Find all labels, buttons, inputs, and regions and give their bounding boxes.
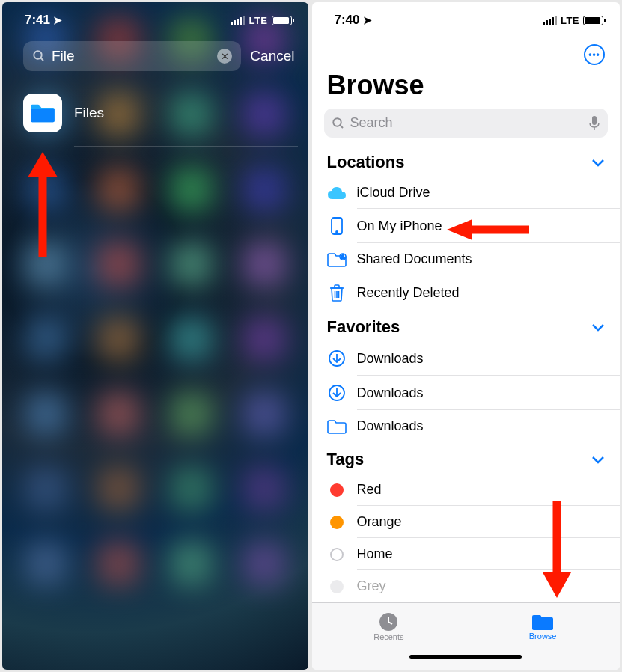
status-time: 7:41 [25, 13, 50, 28]
svg-point-9 [336, 231, 338, 233]
trash-icon [329, 284, 344, 302]
tab-label: Recents [373, 632, 403, 641]
location-row-shared-documents[interactable]: Shared Documents [312, 243, 621, 275]
favorite-row-downloads-3[interactable]: Downloads [312, 410, 621, 442]
tag-row-home[interactable]: Home [312, 538, 621, 570]
phone-icon [331, 217, 343, 235]
cancel-button[interactable]: Cancel [250, 48, 294, 64]
status-bar: 7:41 ➤ LTE [2, 2, 308, 32]
row-label: Home [357, 546, 393, 562]
svg-rect-6 [592, 116, 597, 125]
tag-row-orange[interactable]: Orange [312, 506, 621, 538]
locations-section-header[interactable]: Locations [312, 153, 621, 177]
favorite-row-downloads-1[interactable]: Downloads [312, 341, 621, 376]
locations-list: iCloud Drive On My iPhone Shared Documen… [312, 177, 621, 310]
nav-actions: ••• [312, 32, 621, 70]
battery-icon [272, 16, 292, 25]
cloud-icon [327, 186, 347, 200]
row-label: On My iPhone [357, 219, 442, 234]
svg-point-0 [34, 51, 42, 59]
tag-color-dot [330, 483, 344, 497]
cellular-signal-icon [231, 16, 245, 25]
location-row-on-my-iphone[interactable]: On My iPhone [312, 209, 621, 243]
favorites-list: Downloads Downloads Downloads [312, 341, 621, 442]
spotlight-search-row: File ✕ Cancel [2, 32, 308, 80]
row-label: Downloads [357, 351, 424, 367]
folder-icon [531, 613, 554, 631]
location-row-icloud-drive[interactable]: iCloud Drive [312, 177, 621, 209]
more-options-button[interactable]: ••• [584, 44, 605, 65]
row-label: Downloads [357, 385, 424, 401]
location-icon: ➤ [363, 14, 372, 26]
divider [74, 146, 298, 147]
cellular-signal-icon [543, 16, 557, 25]
home-indicator[interactable] [312, 650, 621, 670]
row-label: Grey [357, 578, 386, 594]
clear-search-button[interactable]: ✕ [217, 49, 232, 64]
tab-browse[interactable]: Browse [466, 603, 620, 650]
right-screenshot: 7:40 ➤ LTE ••• Browse Search Locations i… [312, 2, 621, 670]
files-app-icon [23, 94, 62, 132]
tags-list: Red Orange Home Grey [312, 474, 621, 602]
tag-color-dot [330, 516, 344, 529]
row-label: Red [357, 482, 382, 498]
download-icon [328, 349, 346, 367]
search-input-value: File [52, 48, 211, 64]
shared-folder-icon [327, 252, 347, 267]
favorites-section-header[interactable]: Favorites [312, 317, 621, 341]
search-icon [332, 117, 345, 130]
svg-point-11 [341, 254, 344, 257]
chevron-down-icon [591, 158, 605, 167]
left-screenshot: 7:41 ➤ LTE File ✕ Cancel Files [2, 2, 308, 670]
search-result-label: Files [74, 105, 104, 121]
row-label: Recently Deleted [357, 285, 460, 301]
status-bar: 7:40 ➤ LTE [312, 2, 621, 32]
microphone-icon[interactable] [588, 116, 600, 131]
svg-line-5 [340, 125, 343, 128]
row-label: Orange [357, 514, 402, 530]
chevron-down-icon [591, 323, 605, 332]
favorite-row-downloads-2[interactable]: Downloads [312, 376, 621, 410]
tag-color-dot [330, 548, 344, 561]
svg-line-1 [40, 58, 43, 61]
clock-icon [379, 612, 398, 632]
location-icon: ➤ [53, 14, 62, 26]
tab-label: Browse [529, 632, 557, 641]
row-label: Downloads [357, 418, 424, 434]
tab-recents[interactable]: Recents [312, 603, 466, 650]
network-label: LTE [561, 15, 579, 26]
tags-section-header[interactable]: Tags [312, 450, 621, 474]
tag-color-dot [330, 580, 344, 593]
folder-icon [327, 419, 347, 434]
tag-row-red[interactable]: Red [312, 474, 621, 506]
location-row-recently-deleted[interactable]: Recently Deleted [312, 275, 621, 310]
tab-bar: Recents Browse [312, 602, 621, 650]
spotlight-search-field[interactable]: File ✕ [23, 41, 241, 71]
search-placeholder: Search [350, 115, 584, 131]
section-title: Favorites [327, 317, 400, 337]
svg-point-4 [333, 118, 341, 126]
search-icon [32, 49, 46, 63]
row-label: Shared Documents [357, 251, 472, 267]
tag-row-grey[interactable]: Grey [312, 570, 621, 602]
section-title: Tags [327, 450, 365, 469]
battery-icon [583, 16, 603, 25]
download-icon [328, 384, 346, 402]
page-title: Browse [312, 70, 621, 109]
row-label: iCloud Drive [357, 185, 430, 201]
network-label: LTE [249, 15, 267, 26]
search-field[interactable]: Search [324, 109, 609, 138]
section-title: Locations [327, 153, 405, 172]
chevron-down-icon [591, 455, 605, 464]
status-time: 7:40 [335, 13, 360, 28]
search-result-row[interactable]: Files [2, 80, 308, 146]
